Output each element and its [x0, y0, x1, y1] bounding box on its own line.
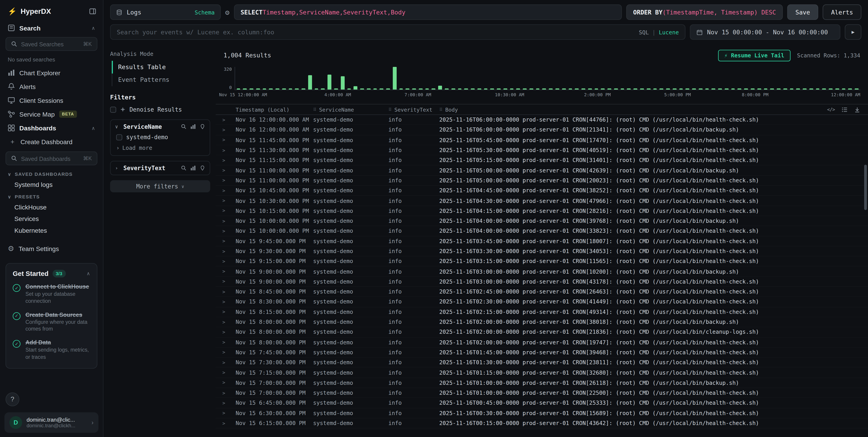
table-row[interactable]: > Nov 15 11:00:00.000 PM systemd-demo in… [216, 166, 868, 176]
source-settings-gear-icon[interactable]: ⚙ [225, 9, 229, 16]
table-row[interactable]: > Nov 15 8:00:00.000 PM systemd-demo inf… [216, 327, 868, 338]
table-row[interactable]: > Nov 15 11:45:00.000 PM systemd-demo in… [216, 135, 868, 145]
table-row[interactable]: > Nov 15 9:30:00.000 PM systemd-demo inf… [216, 246, 868, 257]
histogram-bar[interactable] [354, 86, 358, 90]
table-row[interactable]: > Nov 15 7:15:00.000 PM systemd-demo inf… [216, 368, 868, 378]
histogram-bar[interactable] [373, 89, 377, 90]
histogram-bar[interactable] [341, 76, 344, 90]
row-expand-chevron[interactable]: > [221, 380, 236, 385]
histogram-bar[interactable] [464, 88, 468, 90]
histogram-bar[interactable] [562, 89, 566, 90]
table-row[interactable]: > Nov 15 7:00:00.000 PM systemd-demo inf… [216, 388, 868, 398]
histogram-bar[interactable] [237, 89, 240, 90]
histogram-bar[interactable] [738, 89, 742, 90]
histogram-bar[interactable] [822, 89, 826, 90]
download-icon[interactable] [854, 106, 860, 112]
histogram-bar[interactable] [855, 89, 859, 90]
histogram-bar[interactable] [582, 89, 585, 90]
histogram-bar[interactable] [393, 67, 397, 90]
histogram-bar[interactable] [673, 89, 677, 90]
column-header-timestamp[interactable]: Timestamp (Local) [236, 106, 313, 112]
histogram-bar[interactable] [640, 89, 644, 90]
sidebar-item-chart-explorer[interactable]: Chart Explorer [0, 66, 103, 79]
histogram-bar[interactable] [809, 89, 813, 90]
histogram-bar[interactable] [659, 89, 663, 90]
facet-chart-icon[interactable] [190, 165, 196, 171]
code-view-icon[interactable]: </> [827, 107, 835, 112]
histogram-bar[interactable] [243, 89, 247, 90]
alerts-button[interactable]: Alerts [823, 4, 862, 20]
histogram-bar[interactable] [386, 89, 390, 90]
row-expand-chevron[interactable]: > [221, 137, 236, 142]
histogram-bar[interactable] [608, 89, 611, 90]
get-started-step[interactable]: ✓ Create Data Sources Configure where yo… [13, 311, 90, 333]
drag-handle-icon[interactable]: ⠿ [388, 107, 392, 112]
table-row[interactable]: > Nov 15 8:45:00.000 PM systemd-demo inf… [216, 287, 868, 297]
histogram-bar[interactable] [276, 89, 279, 90]
group-saved-dashboards[interactable]: ∨ SAVED DASHBOARDS [0, 167, 103, 178]
table-row[interactable]: > Nov 15 6:45:00.000 PM systemd-demo inf… [216, 398, 868, 408]
column-header-body[interactable]: ⠿ Body [439, 106, 868, 112]
table-row[interactable]: > Nov 15 10:45:00.000 PM systemd-demo in… [216, 186, 868, 196]
chevron-up-icon[interactable]: ∧ [92, 125, 95, 131]
histogram-bar[interactable] [497, 89, 501, 90]
row-expand-chevron[interactable]: > [221, 238, 236, 244]
facet-search-icon[interactable] [181, 165, 186, 171]
help-button[interactable]: ? [5, 392, 19, 406]
table-row[interactable]: > Nov 15 10:30:00.000 PM systemd-demo in… [216, 196, 868, 206]
table-row[interactable]: > Nov 15 7:30:00.000 PM systemd-demo inf… [216, 358, 868, 368]
select-query-box[interactable]: SELECT Timestamp,ServiceName,SeverityTex… [234, 4, 622, 20]
histogram-bar[interactable] [315, 89, 318, 90]
histogram-bar[interactable] [458, 89, 462, 90]
date-range-picker[interactable]: Nov 15 00:00:00 - Nov 16 00:00:00 [690, 24, 840, 40]
row-expand-chevron[interactable]: > [221, 158, 236, 163]
row-expand-chevron[interactable]: > [221, 349, 236, 355]
resume-live-tail-button[interactable]: ⚡ Resume Live Tail [718, 50, 790, 61]
histogram-bar[interactable] [718, 89, 722, 90]
facet-chart-icon[interactable] [190, 124, 196, 129]
event-search-input[interactable] [117, 29, 639, 36]
denoise-checkbox[interactable] [110, 106, 116, 112]
histogram-bar[interactable] [269, 89, 273, 90]
row-expand-chevron[interactable]: > [221, 248, 236, 254]
histogram-bar[interactable] [790, 89, 794, 90]
histogram-bar[interactable] [477, 89, 481, 90]
run-query-button[interactable]: ▶ [845, 24, 861, 40]
user-menu[interactable]: D dominic.tran@clic... dominic.tran@clic… [4, 412, 99, 433]
histogram-bar[interactable] [432, 89, 436, 90]
histogram-bar[interactable] [282, 89, 286, 90]
table-row[interactable]: > Nov 15 10:00:00.000 PM systemd-demo in… [216, 216, 868, 226]
table-row[interactable]: > Nov 15 11:30:00.000 PM systemd-demo in… [216, 145, 868, 156]
histogram-bar[interactable] [536, 88, 540, 90]
lucene-mode-option[interactable]: Lucene [659, 29, 679, 35]
histogram-bar[interactable] [575, 89, 579, 90]
chevron-up-icon[interactable]: ∧ [92, 25, 95, 31]
histogram-bar[interactable] [699, 88, 703, 90]
row-expand-chevron[interactable]: > [221, 309, 236, 314]
table-scrollbar[interactable] [864, 165, 867, 210]
pin-icon[interactable] [200, 165, 205, 171]
histogram-bar[interactable] [712, 89, 716, 90]
histogram-bar[interactable] [445, 89, 449, 90]
histogram-bar[interactable] [321, 89, 325, 90]
event-search-box[interactable]: SQL | Lucene [110, 24, 685, 40]
facet-checkbox[interactable] [116, 134, 122, 140]
histogram-bar[interactable] [731, 88, 735, 90]
pin-icon[interactable] [200, 124, 205, 129]
histogram-bar[interactable] [816, 89, 819, 90]
more-filters-button[interactable]: More filters ∨ [110, 180, 210, 192]
histogram-bar[interactable] [777, 89, 781, 90]
histogram-bar[interactable] [295, 89, 299, 90]
row-expand-chevron[interactable]: > [221, 178, 236, 183]
histogram-bar[interactable] [347, 89, 351, 90]
histogram-bar[interactable] [588, 89, 592, 90]
row-expand-chevron[interactable]: > [221, 410, 236, 416]
histogram-bar[interactable] [686, 89, 689, 90]
preset-item-clickhouse[interactable]: ClickHouse [0, 201, 103, 213]
sidebar-item-dashboards[interactable]: Dashboards ∧ [0, 121, 103, 135]
histogram-bar[interactable] [751, 89, 754, 90]
row-expand-chevron[interactable]: > [221, 400, 236, 406]
histogram-bar[interactable] [529, 89, 533, 90]
histogram-bar[interactable] [425, 89, 429, 90]
table-row[interactable]: > Nov 15 7:45:00.000 PM systemd-demo inf… [216, 347, 868, 358]
